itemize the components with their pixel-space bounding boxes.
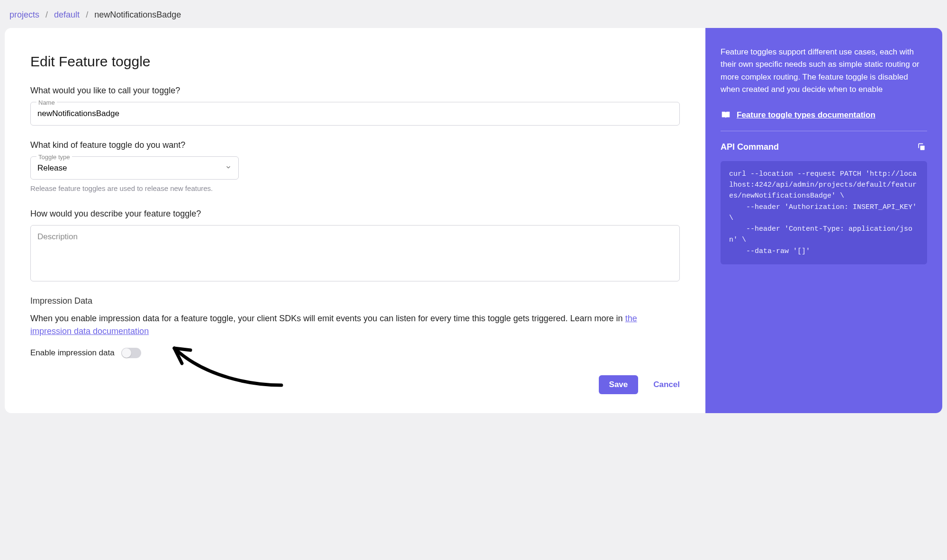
breadcrumb-separator: / [86,10,88,19]
impression-section-label: Impression Data [30,295,680,307]
name-input[interactable] [31,102,679,125]
copy-icon [917,142,926,152]
breadcrumb: projects / default / newNotificationsBad… [5,5,942,28]
switch-knob [122,348,131,358]
name-label: Name [36,98,57,108]
page-title: Edit Feature toggle [30,51,680,72]
svg-rect-0 [920,146,925,150]
description-input[interactable] [31,226,679,278]
divider [721,131,927,131]
cancel-button[interactable]: Cancel [653,380,680,389]
type-hint: Release feature toggles are used to rele… [30,183,680,194]
sidebar-intro: Feature toggles support different use ca… [721,46,927,96]
save-button[interactable]: Save [599,375,639,394]
breadcrumb-projects[interactable]: projects [9,10,39,19]
breadcrumb-project[interactable]: default [54,10,80,19]
api-command-title: API Command [721,141,779,154]
name-question: What would you like to call your toggle? [30,84,680,97]
copy-button[interactable] [916,141,927,153]
breadcrumb-separator: / [45,10,48,19]
impression-switch[interactable] [121,348,141,358]
breadcrumb-current: newNotificationsBadge [94,10,181,19]
impression-description: When you enable impression data for a fe… [30,312,680,339]
book-icon [721,110,731,120]
description-question: How would you describe your feature togg… [30,208,680,220]
type-label: Toggle type [36,153,72,162]
doc-link[interactable]: Feature toggle types documentation [737,109,875,121]
impression-switch-label: Enable impression data [30,347,115,359]
api-code-block[interactable]: curl --location --request PATCH 'http://… [721,161,927,264]
type-question: What kind of feature toggle do you want? [30,139,680,152]
